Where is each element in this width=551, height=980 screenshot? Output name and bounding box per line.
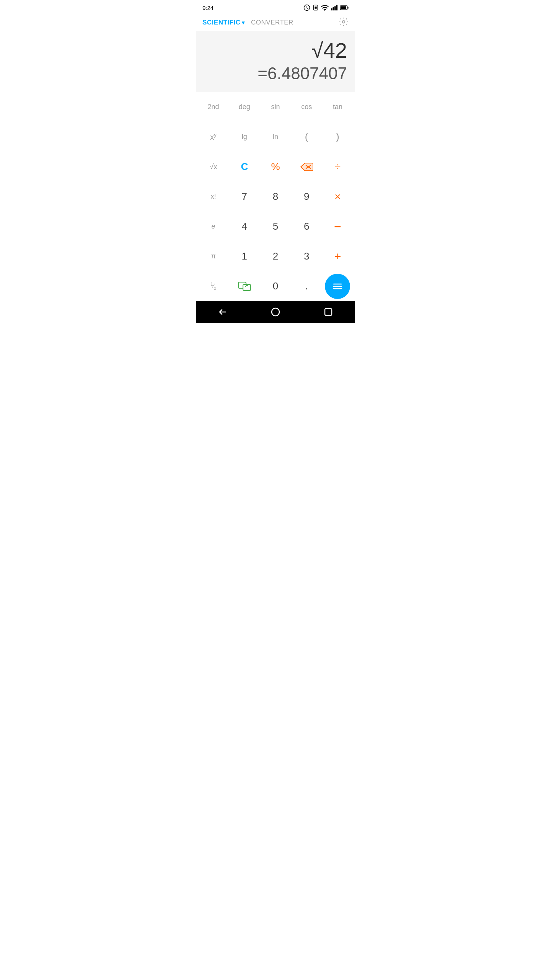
btn-multiply-label: × <box>334 191 341 203</box>
btn-7-label: 7 <box>242 191 247 203</box>
btn-3-label: 3 <box>304 250 309 262</box>
btn-equals[interactable] <box>325 274 350 299</box>
btn-swap[interactable] <box>229 271 260 301</box>
recents-button[interactable] <box>302 304 355 320</box>
chevron-down-icon: ▾ <box>242 20 245 26</box>
notification-icon <box>303 4 310 11</box>
home-circle-icon <box>271 307 280 317</box>
btn-xy-label: xy <box>210 132 217 142</box>
btn-subtract-label: − <box>334 220 341 233</box>
button-row-7: 1⁄x 0 . <box>198 271 353 301</box>
scientific-label: SCIENTIFIC <box>202 19 240 26</box>
scientific-tab[interactable]: SCIENTIFIC ▾ <box>202 19 245 26</box>
btn-multiply[interactable]: × <box>322 182 353 212</box>
btn-2[interactable]: 2 <box>260 242 291 271</box>
svg-rect-10 <box>347 7 348 8</box>
svg-point-3 <box>324 10 325 11</box>
btn-xy[interactable]: xy <box>198 122 229 152</box>
calculator-buttons: 2nd deg sin cos tan xy lg ln ( ) <box>196 92 355 301</box>
backspace-icon <box>300 162 313 172</box>
btn-5-label: 5 <box>273 220 278 232</box>
btn-tan-label: tan <box>333 103 342 111</box>
btn-deg[interactable]: deg <box>229 92 260 122</box>
status-icons <box>303 4 349 11</box>
btn-ln-label: ln <box>273 133 278 141</box>
btn-clear-label: C <box>241 161 248 173</box>
btn-2-label: 2 <box>273 250 278 262</box>
btn-9-label: 9 <box>304 191 309 203</box>
btn-close-paren-label: ) <box>336 131 339 143</box>
button-row-6: π 1 2 3 + <box>198 242 353 271</box>
converter-tab[interactable]: CONVERTER <box>251 19 293 26</box>
bottom-nav <box>196 301 355 323</box>
btn-percent[interactable]: % <box>260 152 291 182</box>
btn-6-label: 6 <box>304 220 309 232</box>
gear-icon <box>339 17 349 27</box>
btn-open-paren-label: ( <box>305 131 308 143</box>
btn-open-paren[interactable]: ( <box>291 122 322 152</box>
display-expression: √42 <box>204 39 347 62</box>
btn-lg-label: lg <box>242 133 247 141</box>
btn-divide[interactable]: ÷ <box>322 152 353 182</box>
wifi-icon <box>321 5 329 11</box>
swap-icon <box>238 281 251 292</box>
btn-1-label: 1 <box>242 250 247 262</box>
btn-subtract[interactable]: − <box>322 212 353 242</box>
svg-rect-6 <box>334 6 336 10</box>
settings-button[interactable] <box>339 17 349 28</box>
converter-label: CONVERTER <box>251 19 293 26</box>
btn-3[interactable]: 3 <box>291 242 322 271</box>
btn-8-label: 8 <box>273 191 278 203</box>
btn-1[interactable]: 1 <box>229 242 260 271</box>
btn-euler-label: e <box>212 222 215 230</box>
btn-2nd[interactable]: 2nd <box>198 92 229 122</box>
btn-decimal[interactable]: . <box>291 271 322 301</box>
home-button[interactable] <box>249 304 302 320</box>
btn-add-label: + <box>334 250 341 263</box>
btn-8[interactable]: 8 <box>260 182 291 212</box>
btn-clear[interactable]: C <box>229 152 260 182</box>
display-result: =6.4807407 <box>204 64 347 83</box>
svg-rect-20 <box>325 309 332 315</box>
btn-decimal-label: . <box>305 280 308 292</box>
btn-reciprocal[interactable]: 1⁄x <box>198 271 229 301</box>
btn-6[interactable]: 6 <box>291 212 322 242</box>
nav-left: SCIENTIFIC ▾ CONVERTER <box>202 19 293 26</box>
button-row-1: 2nd deg sin cos tan <box>198 92 353 122</box>
btn-sqrt-label: √x <box>210 162 217 171</box>
button-row-5: e 4 5 6 − <box>198 212 353 242</box>
btn-cos[interactable]: cos <box>291 92 322 122</box>
btn-pi[interactable]: π <box>198 242 229 271</box>
calculator-display: √42 =6.4807407 <box>196 31 355 92</box>
btn-lg[interactable]: lg <box>229 122 260 152</box>
btn-5[interactable]: 5 <box>260 212 291 242</box>
svg-rect-5 <box>333 7 334 10</box>
button-row-2: xy lg ln ( ) <box>198 122 353 152</box>
recents-square-icon <box>324 308 333 316</box>
btn-close-paren[interactable]: ) <box>322 122 353 152</box>
btn-4[interactable]: 4 <box>229 212 260 242</box>
btn-add[interactable]: + <box>322 242 353 271</box>
btn-ln[interactable]: ln <box>260 122 291 152</box>
btn-cos-label: cos <box>301 103 312 111</box>
btn-9[interactable]: 9 <box>291 182 322 212</box>
btn-tan[interactable]: tan <box>322 92 353 122</box>
btn-pi-label: π <box>211 252 215 260</box>
btn-7[interactable]: 7 <box>229 182 260 212</box>
back-button[interactable] <box>196 304 249 320</box>
btn-backspace[interactable] <box>291 152 322 182</box>
btn-sin[interactable]: sin <box>260 92 291 122</box>
btn-factorial[interactable]: x! <box>198 182 229 212</box>
btn-sqrt[interactable]: √x <box>198 152 229 182</box>
btn-0[interactable]: 0 <box>260 271 291 301</box>
back-arrow-icon <box>218 307 227 317</box>
btn-deg-label: deg <box>239 103 250 111</box>
button-row-4: x! 7 8 9 × <box>198 182 353 212</box>
btn-2nd-label: 2nd <box>208 103 219 111</box>
status-time: 9:24 <box>202 5 214 11</box>
btn-euler[interactable]: e <box>198 212 229 242</box>
svg-rect-7 <box>336 5 338 10</box>
svg-rect-2 <box>315 7 316 8</box>
status-bar: 9:24 <box>196 0 355 14</box>
svg-point-11 <box>342 21 345 23</box>
